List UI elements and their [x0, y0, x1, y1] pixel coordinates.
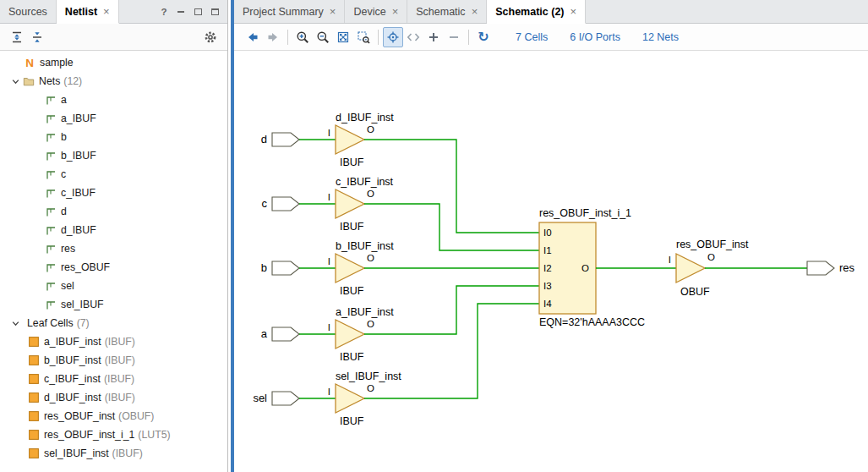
port-label-a: a: [261, 327, 268, 340]
add-to-schematic-button[interactable]: [423, 27, 444, 47]
tab-sources[interactable]: Sources: [0, 0, 57, 23]
toolbar-separator: [468, 30, 469, 45]
port-label-d: d: [261, 133, 267, 145]
tree-label: (OBUF): [118, 410, 154, 422]
netlist-net-c_IBUF[interactable]: c_IBUF: [5, 184, 227, 202]
tree-label: res_OBUF_inst_i_1: [44, 429, 134, 441]
input-port-c[interactable]: [272, 197, 299, 211]
netlist-net-b_IBUF[interactable]: b_IBUF: [5, 146, 227, 165]
pin-label: I1: [543, 245, 552, 255]
tab-schematic[interactable]: Schematic×: [407, 0, 487, 23]
maximize-icon[interactable]: [207, 4, 222, 19]
tab-close-icon[interactable]: ×: [472, 6, 478, 17]
zoom-fit-button[interactable]: [333, 27, 353, 47]
netlist-cell-res_OBUF_inst[interactable]: res_OBUF_inst(OBUF): [5, 407, 227, 425]
netlist-net-a_IBUF[interactable]: a_IBUF: [5, 109, 227, 128]
tab-netlist[interactable]: Netlist ×: [57, 0, 119, 24]
tree-group-leaf-cells[interactable]: Leaf Cells(7): [5, 314, 227, 332]
netlist-net-res[interactable]: res: [5, 239, 227, 258]
float-icon[interactable]: [190, 4, 205, 19]
expand-cone-button[interactable]: [403, 27, 423, 47]
tree-group-nets[interactable]: Nets(12): [5, 72, 227, 91]
input-port-b[interactable]: [272, 261, 299, 275]
tab-project-summary[interactable]: Project Summary×: [234, 0, 345, 23]
cell-type-label: IBUF: [340, 285, 364, 297]
output-port-res[interactable]: [807, 261, 834, 275]
tab-label: Schematic (2): [495, 6, 564, 18]
help-icon[interactable]: ?: [156, 4, 172, 19]
netlist-cell-sel_IBUF_inst[interactable]: sel_IBUF_inst(IBUF): [5, 444, 227, 463]
tree-label: c: [61, 168, 66, 180]
tree-label: res_OBUF_inst: [44, 410, 115, 422]
pin-label: O: [707, 252, 715, 262]
cell-sel_IBUF_inst[interactable]: [336, 384, 364, 413]
tab-schematic-2[interactable]: Schematic (2)×: [487, 0, 586, 24]
netlist-cell-res_OBUF_inst_i_1[interactable]: res_OBUF_inst_i_1(LUT5): [5, 425, 227, 444]
zoom-out-button[interactable]: [313, 27, 333, 47]
tree-label: b: [61, 131, 67, 143]
input-port-sel[interactable]: [272, 392, 299, 405]
tab-close-icon[interactable]: ×: [570, 6, 577, 17]
forward-button[interactable]: [263, 27, 283, 47]
netlist-cell-c_IBUF_inst[interactable]: c_IBUF_inst(IBUF): [5, 370, 227, 388]
zoom-out-icon: [316, 30, 330, 44]
netlist-cell-a_IBUF_inst[interactable]: a_IBUF_inst(IBUF): [5, 332, 227, 351]
remove-from-schematic-button[interactable]: [444, 27, 464, 47]
chevron-down-icon[interactable]: [11, 319, 20, 328]
net-icon: [45, 224, 57, 236]
netlist-net-d[interactable]: d: [5, 202, 227, 221]
tab-device[interactable]: Device×: [345, 0, 407, 23]
netlist-net-d_IBUF[interactable]: d_IBUF: [5, 221, 227, 239]
tab-close-icon[interactable]: ×: [392, 6, 399, 17]
minimize-icon[interactable]: [173, 4, 188, 19]
cell-d_IBUF_inst[interactable]: [336, 125, 364, 154]
settings-button[interactable]: [200, 27, 221, 47]
pin-label: I: [669, 255, 671, 265]
tree-label: sel: [61, 280, 74, 292]
zoom-selection-button[interactable]: [353, 27, 374, 47]
chevron-down-icon[interactable]: [11, 77, 20, 86]
cell-name-label: res_OBUF_inst_i_1: [539, 207, 631, 219]
zoom-in-button[interactable]: [292, 27, 313, 47]
cell-icon: [28, 429, 40, 441]
cell-icon: [28, 410, 40, 422]
netlist-net-sel_IBUF[interactable]: sel_IBUF: [5, 295, 227, 314]
pin-label: O: [367, 253, 374, 263]
input-port-a[interactable]: [272, 327, 299, 341]
tab-close-icon[interactable]: ×: [330, 6, 336, 17]
netlist-net-b[interactable]: b: [5, 128, 227, 146]
tab-label: Schematic: [416, 6, 465, 18]
zoom-fit-icon: [336, 30, 350, 44]
collapse-all-button[interactable]: [7, 27, 27, 47]
netlist-net-sel[interactable]: sel: [5, 277, 227, 295]
netlist-net-c[interactable]: c: [5, 165, 227, 184]
arrow-left-icon: [246, 30, 259, 44]
back-button[interactable]: [243, 27, 263, 47]
cell-c_IBUF_inst[interactable]: [336, 189, 364, 218]
refresh-icon: ↻: [478, 30, 489, 44]
pin-label: I: [328, 128, 330, 138]
cell-b_IBUF_inst[interactable]: [336, 254, 364, 283]
tree-root-sample[interactable]: Nsample: [5, 53, 227, 72]
autofit-selection-button[interactable]: [383, 27, 403, 47]
cell-a_IBUF_inst[interactable]: [336, 320, 364, 349]
net-icon: [45, 261, 57, 273]
tab-close-icon[interactable]: ×: [103, 6, 110, 17]
tree-label: d_IBUF: [61, 224, 96, 236]
cell-type-label: IBUF: [340, 221, 364, 233]
tree-label: a_IBUF: [61, 113, 96, 124]
port-label-res: res: [839, 261, 855, 274]
netlist-cell-d_IBUF_inst[interactable]: d_IBUF_inst(IBUF): [5, 388, 227, 407]
net-icon: [45, 243, 57, 255]
input-port-d[interactable]: [272, 133, 299, 146]
netlist-cell-b_IBUF_inst[interactable]: b_IBUF_inst(IBUF): [5, 351, 227, 370]
netlist-net-res_OBUF[interactable]: res_OBUF: [5, 258, 227, 277]
schematic-toolbar: ↻ 7 Cells 6 I/O Ports 12 Nets: [234, 24, 868, 51]
netlist-net-a[interactable]: a: [5, 91, 227, 109]
schematic-canvas[interactable]: dd_IBUF_instIOIBUFcc_IBUF_instIOIBUFbb_I…: [234, 51, 868, 472]
expand-all-icon: [30, 30, 44, 44]
cell-res_OBUF_inst[interactable]: [676, 254, 705, 283]
refresh-button[interactable]: ↻: [473, 27, 494, 47]
cell-name-label: res_OBUF_inst: [676, 239, 749, 250]
expand-all-button[interactable]: [27, 27, 47, 47]
